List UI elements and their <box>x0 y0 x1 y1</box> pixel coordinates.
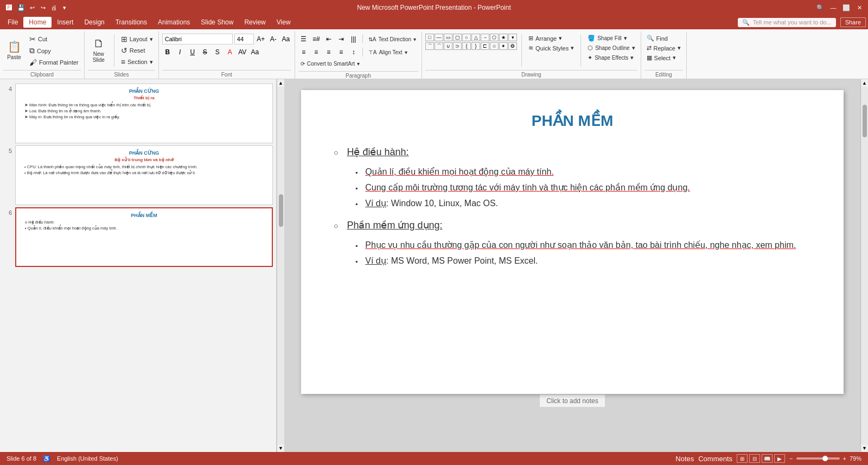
new-slide-button[interactable]: 🗋 NewSlide <box>88 34 110 66</box>
shape-c2[interactable]: ⌒ <box>435 42 443 50</box>
char-spacing-btn[interactable]: AV <box>237 47 248 58</box>
share-btn[interactable]: Share <box>840 17 866 27</box>
shape-c3[interactable]: ∪ <box>444 42 452 50</box>
strikethrough-button[interactable]: S <box>200 47 210 58</box>
layout-button[interactable]: ⊞ Layout ▾ <box>119 34 155 44</box>
menu-slideshow[interactable]: Slide Show <box>195 17 239 28</box>
align-center-btn[interactable]: ≡ <box>311 47 322 58</box>
slide-thumb-6[interactable]: 6 PHẦN MỀM o Hệ điều hành: ▪ Quản lí, đi… <box>3 207 273 267</box>
print-btn[interactable]: 🖨 <box>49 3 59 12</box>
increase-indent-btn[interactable]: ⇥ <box>336 34 347 44</box>
shape-effects-button[interactable]: ✦ Shape Effects ▾ <box>585 53 637 62</box>
underline-button[interactable]: U <box>187 47 198 58</box>
cut-button[interactable]: ✂ Cut <box>27 34 81 44</box>
copy-button[interactable]: ⧉ Copy <box>27 45 81 56</box>
convert-smartart-button[interactable]: ⟳ Convert to SmartArt ▾ <box>298 60 362 68</box>
right-scroll-up[interactable]: ▲ <box>862 79 867 87</box>
customize-btn[interactable]: ▾ <box>60 3 69 12</box>
menu-view[interactable]: View <box>271 17 296 28</box>
menu-animations[interactable]: Animations <box>152 17 195 28</box>
numbering-button[interactable]: ≡# <box>311 34 322 44</box>
quick-styles-button[interactable]: ≋ Quick Styles ▾ <box>526 43 576 53</box>
shape-rect2[interactable]: ▭ <box>444 34 452 41</box>
shape-c1[interactable]: ⌒ <box>425 42 434 50</box>
paste-button[interactable]: 📋 Paste <box>3 34 25 66</box>
align-left-btn[interactable]: ≡ <box>298 47 309 58</box>
zoom-slider[interactable] <box>796 457 840 460</box>
find-button[interactable]: 🔍 Find <box>644 34 683 43</box>
shape-fill-button[interactable]: 🪣 Shape Fill ▾ <box>585 34 637 43</box>
shape-c4[interactable]: ⊃ <box>453 42 462 50</box>
shape-c9[interactable]: ✦ <box>499 42 508 50</box>
italic-button[interactable]: I <box>175 47 186 58</box>
slide-canvas[interactable]: PHẦN MỀM ○ Hệ điều hành: ▪ Quản lí, điều… <box>301 90 844 394</box>
line-spacing-btn[interactable]: ↕ <box>348 47 359 58</box>
decrease-font-btn[interactable]: A- <box>268 34 279 44</box>
scroll-up-btn[interactable]: ▲ <box>278 79 283 87</box>
align-text-button[interactable]: ⊤A Align Text ▾ <box>366 48 410 56</box>
shape-rect[interactable]: □ <box>425 34 434 41</box>
menu-file[interactable]: File <box>2 17 23 28</box>
zoom-out-btn[interactable]: − <box>789 455 793 462</box>
shape-c8[interactable]: ☆ <box>490 42 499 50</box>
maximize-btn[interactable]: ⬜ <box>842 3 851 12</box>
menu-insert[interactable]: Insert <box>52 17 79 28</box>
shape-tri[interactable]: △ <box>471 34 480 41</box>
minimize-btn[interactable]: — <box>829 3 838 12</box>
shape-outline-button[interactable]: ⬡ Shape Outline ▾ <box>585 43 637 53</box>
select-button[interactable]: ▦ Select ▾ <box>644 53 683 62</box>
shape-c10[interactable]: ❂ <box>508 42 517 50</box>
shape-c7[interactable]: ⊏ <box>481 42 489 50</box>
menu-transitions[interactable]: Transitions <box>110 17 152 28</box>
notes-placeholder[interactable]: Click to add notes <box>540 394 604 407</box>
right-scroll-thumb[interactable] <box>863 105 867 137</box>
text-direction-button[interactable]: ⇅A Text Direction ▾ <box>366 35 418 43</box>
change-case-btn[interactable]: Aa <box>250 47 260 58</box>
reading-view-btn[interactable]: 📖 <box>762 454 773 463</box>
slide-thumb-5[interactable]: 5 PHẦN CỨNG Bộ xử lí trung tâm và bộ nhớ… <box>3 145 273 205</box>
slide-thumb-4[interactable]: 4 PHẦN CỨNG Thiết bị ra ➤ Màn hình: Đưa … <box>3 84 273 143</box>
bold-button[interactable]: B <box>162 47 173 58</box>
close-btn[interactable]: ✕ <box>855 3 864 12</box>
comments-status-btn[interactable]: Comments <box>698 455 732 463</box>
replace-button[interactable]: ⇄ Replace ▾ <box>644 43 683 53</box>
clear-format-btn[interactable]: Aa <box>280 34 291 44</box>
font-color-btn[interactable]: A <box>225 47 235 58</box>
slide-sorter-btn[interactable]: ⊟ <box>749 454 760 463</box>
slideshow-btn[interactable]: ▶ <box>774 454 785 463</box>
right-scrollbar[interactable]: ▲ ▼ <box>860 79 868 452</box>
shape-c5[interactable]: { <box>462 42 471 50</box>
shape-penta[interactable]: ⬠ <box>490 34 499 41</box>
arrange-button[interactable]: ⊞ Arrange ▾ <box>526 34 576 43</box>
menu-review[interactable]: Review <box>239 17 271 28</box>
reset-button[interactable]: ↺ Reset <box>119 45 155 56</box>
font-size-input[interactable] <box>234 34 254 44</box>
font-name-input[interactable] <box>162 34 233 44</box>
shape-arrow[interactable]: → <box>481 34 489 41</box>
panel-scrollbar[interactable]: ▲ ▼ <box>277 79 284 452</box>
shape-more[interactable]: ▾ <box>508 34 517 41</box>
notes-status-btn[interactable]: Notes <box>675 455 694 463</box>
tell-me-input[interactable]: Tell me what you want to do... <box>753 19 832 26</box>
right-scroll-down[interactable]: ▼ <box>862 444 867 452</box>
normal-view-btn[interactable]: ⊞ <box>737 454 748 463</box>
bullets-button[interactable]: ☰ <box>298 34 309 44</box>
format-painter-button[interactable]: 🖌 Format Painter <box>27 57 81 68</box>
search-icon[interactable]: 🔍 <box>816 3 825 12</box>
scroll-thumb[interactable] <box>279 194 283 227</box>
align-right-btn[interactable]: ≡ <box>323 47 334 58</box>
menu-design[interactable]: Design <box>79 17 110 28</box>
shape-round[interactable]: ▢ <box>453 34 462 41</box>
undo-btn[interactable]: ↩ <box>27 3 37 12</box>
increase-font-btn[interactable]: A+ <box>256 34 266 44</box>
redo-btn[interactable]: ↪ <box>38 3 48 12</box>
zoom-in-btn[interactable]: + <box>843 455 846 462</box>
shape-star[interactable]: ★ <box>499 34 508 41</box>
scroll-down-btn[interactable]: ▼ <box>278 444 283 452</box>
section-button[interactable]: ≡ Section ▾ <box>119 56 155 67</box>
justify-btn[interactable]: ≡ <box>336 47 347 58</box>
shadow-button[interactable]: S <box>212 47 223 58</box>
columns-btn[interactable]: ||| <box>348 34 359 44</box>
decrease-indent-btn[interactable]: ⇤ <box>323 34 334 44</box>
menu-home[interactable]: Home <box>23 17 52 28</box>
